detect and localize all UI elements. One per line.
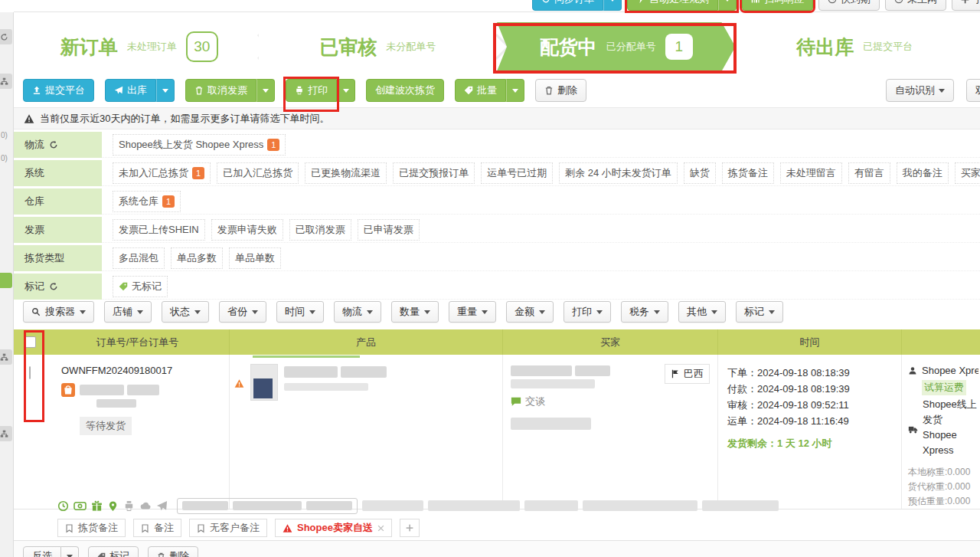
plane-icon[interactable] [156,500,168,512]
auto-rules-caret[interactable] [718,0,737,11]
upload-icon [32,86,41,95]
cancel-invoice-caret[interactable] [256,79,275,102]
filter-chip[interactable]: 未处理留言 [780,162,842,184]
notice-text: 当前仅显示近30天内的订单，如需显示更多订单请筛选下单时间。 [40,112,329,126]
column-header-buyer: 买家 [503,329,718,355]
province-filter-button[interactable]: 省份 [219,301,266,323]
create-wave-picking-button[interactable]: 创建波次拣货 [366,79,444,102]
print-filter-button[interactable]: 打印 [564,301,611,323]
filter-chip[interactable]: 已更换物流渠道 [305,162,387,184]
filter-row-system: 系统 未加入汇总拣货1 已加入汇总拣货 已更换物流渠道 已提交预报订单 运单号已… [14,160,980,186]
auto-rules-button[interactable]: 自动处理规则 [627,0,737,11]
filter-chip[interactable]: 运单号已过期 [481,162,553,184]
filter-chip[interactable]: 单品单数 [229,247,281,269]
sync-orders-button[interactable]: 同步订单 [532,0,622,11]
filter-chip[interactable]: 剩余 24 小时未发货订单 [559,162,678,184]
tab-awaiting-outbound[interactable]: 待出库 已提交平台 [736,22,975,71]
mark-button[interactable]: 标记 [88,546,139,557]
invert-selection-button[interactable]: 反选 [23,546,79,557]
amount-filter-button[interactable]: 金额 [506,301,554,323]
filter-chip[interactable]: 发票已上传SHEIN [113,219,205,241]
logistics-filter-button[interactable]: 物流 [334,301,381,323]
redacted-product-title [284,366,338,378]
sidebar-active-item[interactable] [0,273,12,288]
sidebar-sitemap-icon[interactable] [0,349,12,365]
filter-chip[interactable]: 系统仓库1 [113,191,181,212]
note-tag[interactable]: 备注 [133,519,181,537]
auto-detect-button[interactable]: 自动识别 [886,79,954,102]
batch-button[interactable]: 批量 [455,79,524,102]
outbound-caret[interactable] [156,79,175,102]
cancel-invoice-button[interactable]: 取消发票 [185,79,275,102]
filter-chip[interactable]: 我的备注 [897,162,949,184]
filter-chip[interactable]: 未加入汇总拣货1 [113,162,211,184]
local-weight: 本地称重:0.000 [908,465,978,480]
sync-orders-caret[interactable] [603,0,622,11]
tab-new-orders[interactable]: 新订单 未处理订单 30 [20,22,259,71]
gift-icon[interactable] [91,500,103,512]
filter-chip[interactable]: Shopee线上发货 Shopee Xpress1 [113,134,286,156]
close-icon[interactable] [377,525,384,532]
filter-chip-no-mark[interactable]: 无标记 [113,276,168,297]
shopee-seller-delivery-tag[interactable]: Shopee卖家自送 [275,519,392,537]
filter-panel: 物流 Shopee线上发货 Shopee Xpress1 系统 未加入汇总拣货1… [14,132,980,302]
scan-response-button[interactable]: 扫码响应 [742,0,813,11]
status-filter-button[interactable]: 状态 [162,301,209,323]
search-builder-button[interactable]: 搜索器 [23,301,94,323]
chat-link[interactable]: 交谈 [525,395,545,408]
no-customer-note-tag[interactable]: 无客户备注 [189,519,267,537]
outbound-button[interactable]: 出库 [105,79,175,102]
picking-note-tag[interactable]: 拣货备注 [57,519,126,537]
tab-allocating[interactable]: 配货中 已分配单号 1 [497,22,736,71]
weight-filter-button[interactable]: 重量 [449,301,496,323]
manual-order-button[interactable]: 手工单 [952,0,980,11]
refresh-icon[interactable] [49,140,58,149]
delete-button[interactable]: 删除 [148,546,198,557]
filter-chip[interactable]: 已取消发票 [289,219,351,241]
filter-chip[interactable]: 发票申请失败 [211,219,283,241]
filter-chip[interactable]: 单品多数 [171,247,223,269]
cloud-icon[interactable] [139,500,152,511]
freight-estimate-link[interactable]: 试算运费 [922,380,966,395]
order-number: OWNFFM202409180017 [61,365,223,376]
time-filter-button[interactable]: 时间 [276,301,324,323]
row-checkbox[interactable] [29,366,31,379]
other-filter-button[interactable]: 其他 [678,301,726,323]
expiring-button[interactable]: 快到期 [818,0,880,11]
filter-chip[interactable]: 已提交预报订单 [393,162,475,184]
cod-icon[interactable] [74,500,87,512]
product-thumbnail[interactable] [250,364,278,401]
filter-chip[interactable]: 已申请发票 [358,219,420,241]
refresh-icon[interactable] [49,282,58,291]
sidebar-sitemap-icon[interactable] [0,74,12,89]
filter-chip[interactable]: 买家备注 [955,162,980,184]
batch-caret[interactable] [506,79,524,102]
not-online-button[interactable]: 未上网 [885,0,946,11]
submit-platform-button[interactable]: 提交平台 [23,79,94,102]
mark-filter-button[interactable]: 标记 [736,301,783,323]
store-filter-button[interactable]: 店铺 [104,301,152,323]
tax-filter-button[interactable]: 税务 [621,301,668,323]
trash-icon [544,86,554,95]
invert-selection-caret[interactable] [61,546,79,557]
sidebar-sitemap-icon[interactable] [0,426,12,441]
location-pin-icon[interactable] [107,500,119,512]
sidebar-refresh-icon[interactable] [0,29,12,44]
tab-reviewed[interactable]: 已审核 未分配单号 [259,22,498,71]
print-button[interactable]: 打印 [286,79,355,102]
add-tag-button[interactable] [400,519,420,537]
clock-icon[interactable] [57,500,69,512]
select-all-checkbox[interactable] [24,336,36,348]
filter-chip[interactable]: 有留言 [848,162,890,184]
filter-chip[interactable]: 缺货 [684,162,716,184]
quantity-filter-button[interactable]: 数量 [391,301,439,323]
filter-chip[interactable]: 拣货备注 [722,162,774,184]
filter-chip[interactable]: 已加入汇总拣货 [217,162,299,184]
delete-button[interactable]: 删除 [535,79,586,102]
dual-screen-button[interactable]: 双击 [966,79,980,102]
print-caret[interactable] [337,79,355,102]
printer-icon[interactable] [123,500,135,512]
row-action-icons [14,496,980,515]
count-badge: 1 [267,139,279,151]
filter-chip[interactable]: 多品混包 [113,247,165,269]
